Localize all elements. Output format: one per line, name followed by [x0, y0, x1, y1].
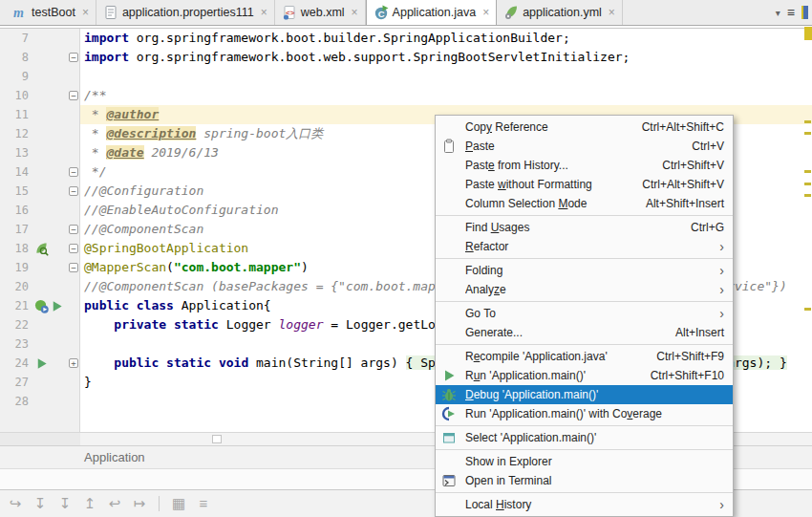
tab-list-icon[interactable]: ≡	[787, 5, 795, 20]
menu-item-analyze[interactable]: Analyze›	[436, 280, 733, 299]
clipped-toolbar-icon[interactable]	[801, 6, 808, 19]
menu-item-run-application-main-with-coverage[interactable]: Run 'Application.main()' with Coverage	[436, 404, 733, 423]
menu-item-generate[interactable]: Generate...Alt+Insert	[436, 323, 733, 342]
breadcrumb-item-application[interactable]: Application	[84, 450, 145, 464]
run-gutter-icon[interactable]	[50, 299, 64, 313]
submenu-arrow-icon: ›	[719, 265, 724, 276]
menu-item-run-application-main[interactable]: Run 'Application.main()'Ctrl+Shift+F10	[436, 366, 733, 385]
gutter-icons	[32, 48, 67, 67]
gutter-icons	[32, 124, 67, 143]
code-segment: main(String[] args)	[248, 355, 405, 370]
fold-expand-marker[interactable]: +	[69, 358, 78, 368]
fold-collapse-marker[interactable]: −	[69, 53, 78, 62]
fold-collapse-marker[interactable]: −	[69, 263, 78, 272]
step-over-icon[interactable]: ↪	[8, 496, 23, 511]
tab-close-icon[interactable]: ×	[352, 7, 358, 18]
error-stripe-status-square[interactable]	[804, 27, 812, 40]
fold-collapse-marker[interactable]: −	[69, 244, 78, 253]
fold-collapse-marker[interactable]: −	[69, 186, 78, 196]
code-text: import org.springframework.boot.builder.…	[80, 29, 812, 48]
warning-stripe-mark[interactable]	[804, 170, 811, 173]
menu-item-folding[interactable]: Folding›	[436, 261, 733, 280]
code-segment	[84, 317, 114, 332]
menu-shortcut: Alt+Shift+Insert	[646, 197, 724, 210]
dropdown-arrow-icon[interactable]: ▾	[776, 8, 780, 18]
code-segment: @description	[106, 126, 196, 140]
warning-stripe-mark[interactable]	[804, 194, 811, 197]
editor-tab-testboot[interactable]: mtestBoot×	[6, 0, 96, 25]
menu-item-find-usages[interactable]: Find UsagesCtrl+G	[436, 218, 733, 237]
step-into-icon[interactable]: ↧	[32, 496, 48, 511]
tab-close-icon[interactable]: ×	[261, 7, 267, 18]
run-to-cursor-icon[interactable]: ↦	[132, 496, 147, 511]
menu-item-open-in-terminal[interactable]: Open in Terminal	[436, 471, 733, 490]
line-number: 21	[0, 296, 32, 315]
menu-item-go-to[interactable]: Go To›	[436, 304, 733, 323]
step-out-icon[interactable]: ↥	[82, 496, 97, 511]
code-text	[80, 67, 812, 86]
menu-item-copy-reference[interactable]: Copy ReferenceCtrl+Alt+Shift+C	[436, 118, 733, 137]
menu-item-select-application-main[interactable]: Select 'Application.main()'	[436, 428, 733, 447]
warning-stripe-mark[interactable]	[804, 132, 811, 135]
force-step-into-icon[interactable]: ↧	[57, 496, 73, 511]
gutter-icons	[32, 296, 67, 315]
menu-item-icon-slot	[441, 282, 460, 297]
view-breakpoints-icon[interactable]: ≡	[196, 496, 211, 511]
menu-item-icon-slot	[441, 196, 460, 211]
menu-shortcut: Ctrl+Shift+F9	[656, 350, 724, 363]
gutter-fold-column: −	[67, 162, 80, 182]
run-gutter-icon[interactable]	[34, 356, 49, 371]
gutter-icons	[32, 143, 67, 162]
menu-item-icon-slot	[441, 349, 460, 364]
tab-label: testBoot	[32, 6, 75, 19]
line-number: 23	[0, 334, 32, 354]
select-run-icon	[441, 430, 460, 445]
drop-frame-icon[interactable]: ↩	[107, 496, 122, 511]
fold-collapse-marker[interactable]: −	[69, 91, 78, 100]
tab-close-icon[interactable]: ×	[82, 7, 89, 18]
line-number: 14	[0, 162, 32, 182]
menu-shortcut: Ctrl+Shift+F10	[651, 369, 724, 382]
menu-item-show-in-explorer[interactable]: Show in Explorer	[436, 452, 733, 471]
menu-item-icon-slot	[441, 263, 460, 278]
menu-shortcut: Ctrl+Shift+V	[662, 159, 724, 172]
gutter-icons	[32, 315, 67, 334]
line-number: 16	[0, 201, 32, 220]
spring-boot-run-icon[interactable]	[34, 299, 49, 313]
code-segment: @date	[106, 145, 143, 160]
gutter-fold-column	[67, 124, 80, 143]
tab-close-icon[interactable]: ×	[609, 7, 615, 18]
editor-tab-web-xml[interactable]: <>web.xml×	[275, 0, 366, 25]
spring-bean-icon[interactable]	[34, 242, 49, 256]
tab-close-icon[interactable]: ×	[482, 7, 489, 18]
code-line-9[interactable]: 9	[0, 67, 812, 86]
warning-stripe-mark[interactable]	[804, 308, 811, 311]
menu-item-recompile-application-java[interactable]: Recompile 'Application.java'Ctrl+Shift+F…	[436, 347, 733, 366]
menu-separator	[436, 492, 733, 493]
editor-tab-application-java[interactable]: CApplication.java×	[366, 0, 498, 25]
menu-item-debug-application-main[interactable]: Debug 'Application.main()'	[436, 385, 733, 404]
gutter-icons	[32, 201, 67, 220]
menu-item-label: Go To	[465, 307, 700, 320]
menu-item-paste[interactable]: PasteCtrl+V	[436, 137, 733, 156]
warning-stripe-mark[interactable]	[804, 183, 811, 185]
code-line-8[interactable]: 8−import org.springframework.boot.web.su…	[0, 48, 812, 67]
code-line-7[interactable]: 7import org.springframework.boot.builder…	[0, 29, 812, 48]
menu-item-paste-from-history[interactable]: Paste from History...Ctrl+Shift+V	[436, 156, 733, 175]
warning-stripe-mark[interactable]	[804, 120, 811, 123]
evaluate-expression-icon[interactable]: ▦	[171, 496, 186, 511]
horizontal-scrollbar-thumb[interactable]	[212, 435, 222, 443]
coverage-icon	[441, 406, 460, 421]
menu-item-icon-slot	[441, 177, 460, 192]
fold-collapse-marker[interactable]: −	[69, 225, 78, 234]
fold-collapse-marker[interactable]: −	[69, 167, 78, 177]
editor-tab-application-properties111[interactable]: application.properties111×	[96, 0, 275, 25]
maven-module-icon: m	[12, 5, 28, 20]
menu-item-column-selection-mode[interactable]: Column Selection ModeAlt+Shift+Insert	[436, 194, 733, 213]
editor-tab-application-yml[interactable]: application.yml×	[497, 0, 623, 25]
gutter-icons	[32, 220, 67, 239]
menu-item-paste-without-formatting[interactable]: Paste without FormattingCtrl+Alt+Shift+V	[436, 175, 733, 194]
code-line-10[interactable]: 10−/**	[0, 86, 812, 105]
menu-item-local-history[interactable]: Local History›	[436, 495, 733, 514]
menu-item-refactor[interactable]: Refactor›	[436, 237, 733, 256]
